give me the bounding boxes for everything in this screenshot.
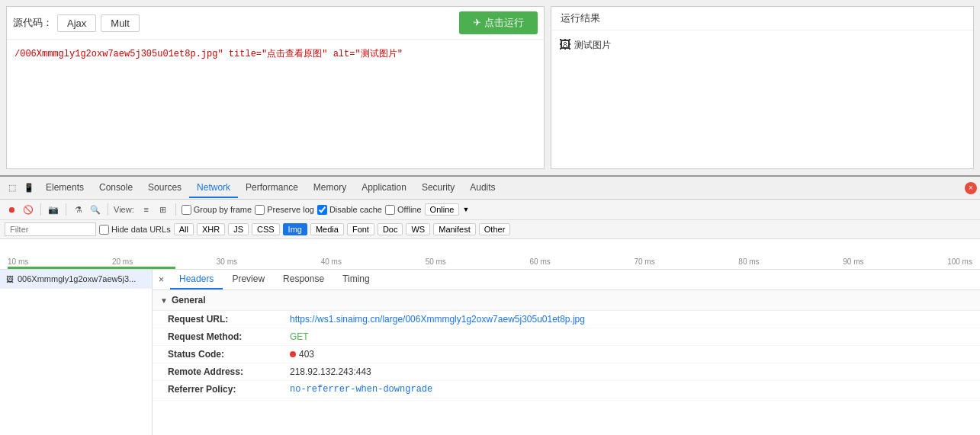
header-key-method: Request Method:: [168, 331, 290, 342]
timeline-label-70: 70 ms: [634, 257, 654, 266]
result-panel: 运行结果 测试图片: [551, 6, 974, 169]
header-key-referrer: Referrer Policy:: [168, 384, 290, 395]
filter-other[interactable]: Other: [479, 223, 511, 235]
run-button[interactable]: ✈ 点击运行: [459, 11, 538, 34]
tab-memory[interactable]: Memory: [306, 178, 354, 198]
header-val-address: 218.92.132.243:443: [290, 366, 371, 377]
separator-1: [40, 203, 41, 216]
clear-icon[interactable]: 🚫: [21, 203, 35, 216]
header-row-status: Status Code: 403: [153, 346, 980, 363]
tab-preview[interactable]: Preview: [223, 270, 274, 289]
editor-toolbar: 源代码： Ajax Mult ✈ 点击运行: [7, 7, 544, 40]
devtools-tabs-bar: ⬚ 📱 Elements Console Sources Network Per…: [0, 177, 980, 200]
disable-cache-label[interactable]: Disable cache: [317, 205, 382, 215]
header-row-referrer: Referrer Policy: no-referrer-when-downgr…: [153, 381, 980, 398]
filter-bar: Hide data URLs All XHR JS CSS Img Media …: [0, 220, 980, 239]
tab-security[interactable]: Security: [414, 178, 462, 198]
record-icon[interactable]: ⏺: [5, 203, 18, 216]
timeline-label-10: 10 ms: [8, 257, 28, 266]
camera-icon[interactable]: 📷: [47, 203, 60, 216]
status-dot-icon: [290, 351, 296, 357]
tab-sources[interactable]: Sources: [140, 178, 189, 198]
tab-elements[interactable]: Elements: [38, 178, 92, 198]
filter-input[interactable]: [5, 222, 96, 236]
group-by-frame-checkbox[interactable]: [182, 205, 191, 215]
tab-network[interactable]: Network: [189, 178, 238, 198]
header-val-referrer: no-referrer-when-downgrade: [290, 384, 432, 395]
separator-2: [66, 203, 66, 216]
hide-data-urls-checkbox[interactable]: [99, 225, 109, 235]
main-content: 🖼 006Xmmmgly1g2oxw7aew5j3... × Headers P…: [0, 270, 980, 435]
general-section[interactable]: ▼ General: [153, 290, 980, 311]
code-line: /006Xmmmgly1g2oxw7aew5j305u01et8p.jpg" t…: [14, 49, 403, 59]
top-area: 源代码： Ajax Mult ✈ 点击运行 /006Xmmmgly1g2oxw7…: [0, 0, 980, 175]
preserve-log-checkbox[interactable]: [255, 205, 265, 215]
devtools-close-button[interactable]: ×: [965, 182, 977, 194]
header-row-url: Request URL: https://ws1.sinaimg.cn/larg…: [153, 311, 980, 328]
filter-media[interactable]: Media: [310, 223, 344, 235]
filter-all[interactable]: All: [174, 223, 194, 235]
dropdown-arrow-icon[interactable]: ▼: [462, 206, 469, 213]
search-icon[interactable]: 🔍: [88, 203, 102, 216]
tab-application[interactable]: Application: [354, 178, 414, 198]
device-icon[interactable]: 📱: [21, 181, 37, 196]
filter-ws[interactable]: WS: [406, 223, 430, 235]
mult-tab-button[interactable]: Mult: [101, 14, 140, 32]
filter-xhr[interactable]: XHR: [197, 223, 225, 235]
timeline-label-80: 80 ms: [738, 257, 759, 266]
tab-console[interactable]: Console: [92, 178, 140, 198]
filter-manifest[interactable]: Manifest: [433, 223, 476, 235]
header-key-status: Status Code:: [168, 349, 290, 360]
filter-doc[interactable]: Doc: [378, 223, 403, 235]
tab-audits[interactable]: Audits: [462, 178, 503, 198]
hide-data-urls-label[interactable]: Hide data URLs: [99, 225, 171, 235]
header-val-method: GET: [290, 331, 309, 342]
headers-panel: × Headers Preview Response Timing ▼ Gene…: [153, 270, 980, 435]
view-label: View:: [114, 205, 134, 214]
timeline-bar: 10 ms 20 ms 30 ms 40 ms 50 ms 60 ms 70 m…: [0, 239, 980, 270]
tab-headers[interactable]: Headers: [170, 270, 223, 289]
offline-checkbox[interactable]: [385, 205, 395, 215]
header-val-url[interactable]: https://ws1.sinaimg.cn/large/006Xmmmgly1…: [290, 314, 585, 325]
list-item[interactable]: 🖼 006Xmmmgly1g2oxw7aew5j3...: [0, 270, 152, 289]
file-list: 🖼 006Xmmmgly1g2oxw7aew5j3...: [0, 270, 153, 435]
filter-css[interactable]: CSS: [252, 223, 280, 235]
filter-icon[interactable]: ⚗: [72, 203, 85, 216]
editor-label: 源代码：: [13, 16, 53, 30]
devtools-panel: ⬚ 📱 Elements Console Sources Network Per…: [0, 175, 980, 435]
file-name: 006Xmmmgly1g2oxw7aew5j3...: [18, 274, 136, 283]
header-row-address: Remote Address: 218.92.132.243:443: [153, 363, 980, 381]
header-val-status: 403: [290, 349, 314, 360]
timeline-label-60: 60 ms: [530, 257, 551, 266]
disable-cache-checkbox[interactable]: [317, 205, 327, 215]
header-row-method: Request Method: GET: [153, 328, 980, 346]
broken-image: 测试图片: [559, 38, 611, 52]
tab-response[interactable]: Response: [274, 270, 333, 289]
broken-image-text: 测试图片: [574, 39, 611, 52]
filter-js[interactable]: JS: [228, 223, 249, 235]
grid-view-icon[interactable]: ⊞: [156, 203, 170, 216]
separator-4: [175, 203, 176, 216]
timeline-label-100: 100 ms: [947, 257, 972, 266]
group-by-frame-label[interactable]: Group by frame: [182, 205, 252, 215]
list-view-icon[interactable]: ≡: [140, 203, 153, 216]
timeline-label-30: 30 ms: [217, 257, 237, 266]
header-key-url: Request URL:: [168, 314, 290, 325]
tab-timing[interactable]: Timing: [333, 270, 379, 289]
tab-performance[interactable]: Performance: [238, 178, 306, 198]
ajax-tab-button[interactable]: Ajax: [57, 14, 96, 32]
editor-content: /006Xmmmgly1g2oxw7aew5j305u01et8p.jpg" t…: [7, 40, 544, 168]
section-arrow-icon: ▼: [160, 296, 168, 305]
devtools-icons: ⬚ 📱: [3, 179, 38, 197]
online-button[interactable]: Online: [425, 203, 460, 216]
filter-font[interactable]: Font: [347, 223, 374, 235]
offline-label[interactable]: Offline: [385, 205, 422, 215]
preserve-log-label[interactable]: Preserve log: [255, 205, 314, 215]
result-header: 运行结果: [551, 7, 973, 30]
network-toolbar: ⏺ 🚫 📷 ⚗ 🔍 View: ≡ ⊞ Group by frame Prese…: [0, 200, 980, 220]
inspect-icon[interactable]: ⬚: [5, 181, 20, 196]
section-title-text: General: [172, 295, 206, 305]
timeline-label-50: 50 ms: [426, 257, 446, 266]
headers-close-button[interactable]: ×: [153, 272, 170, 287]
filter-img[interactable]: Img: [283, 223, 307, 235]
